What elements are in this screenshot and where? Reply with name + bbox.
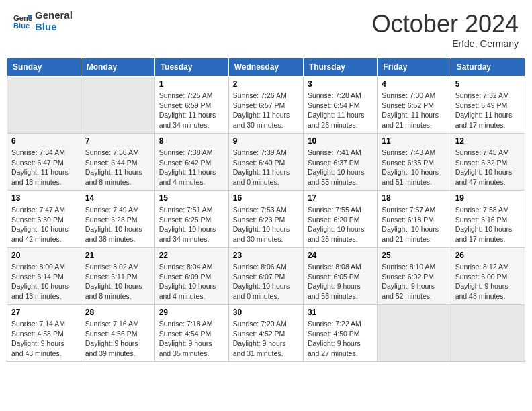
day-info: Sunrise: 7:26 AMSunset: 6:57 PMDaylight:… <box>233 91 299 130</box>
calendar-cell <box>451 305 525 362</box>
day-info: Sunrise: 8:08 AMSunset: 6:05 PMDaylight:… <box>308 262 373 302</box>
calendar-cell: 20Sunrise: 8:00 AMSunset: 6:14 PMDayligh… <box>7 248 81 305</box>
calendar-cell: 30Sunrise: 7:20 AMSunset: 4:52 PMDayligh… <box>228 305 303 362</box>
calendar-cell: 3Sunrise: 7:28 AMSunset: 6:54 PMDaylight… <box>303 77 377 134</box>
day-info: Sunrise: 7:57 AMSunset: 6:18 PMDaylight:… <box>382 205 446 244</box>
day-info: Sunrise: 7:30 AMSunset: 6:52 PMDaylight:… <box>382 91 446 130</box>
day-number: 12 <box>455 136 521 146</box>
calendar-cell: 12Sunrise: 7:45 AMSunset: 6:32 PMDayligh… <box>451 134 525 191</box>
calendar-cell: 17Sunrise: 7:55 AMSunset: 6:20 PMDayligh… <box>303 191 377 248</box>
calendar-cell: 14Sunrise: 7:49 AMSunset: 6:28 PMDayligh… <box>81 191 154 248</box>
calendar-week-row: 13Sunrise: 7:47 AMSunset: 6:30 PMDayligh… <box>7 191 525 248</box>
day-number: 28 <box>85 308 150 317</box>
day-header-wednesday: Wednesday <box>228 58 303 77</box>
day-info: Sunrise: 7:53 AMSunset: 6:23 PMDaylight:… <box>233 205 299 244</box>
day-info: Sunrise: 8:02 AMSunset: 6:11 PMDaylight:… <box>85 262 150 302</box>
header: General Blue General Blue October 2024 E… <box>7 7 525 52</box>
day-info: Sunrise: 7:43 AMSunset: 6:35 PMDaylight:… <box>382 148 446 187</box>
calendar-cell: 1Sunrise: 7:25 AMSunset: 6:59 PMDaylight… <box>154 77 228 134</box>
day-info: Sunrise: 7:20 AMSunset: 4:52 PMDaylight:… <box>233 319 299 359</box>
day-number: 16 <box>233 193 299 203</box>
calendar-cell: 31Sunrise: 7:22 AMSunset: 4:50 PMDayligh… <box>303 305 377 362</box>
logo-general: General <box>35 10 73 21</box>
calendar-cell <box>378 305 451 362</box>
month-title: October 2024 <box>372 10 519 38</box>
day-number: 17 <box>308 193 373 203</box>
day-info: Sunrise: 7:45 AMSunset: 6:32 PMDaylight:… <box>455 148 521 187</box>
day-number: 20 <box>11 250 77 260</box>
day-number: 11 <box>382 136 446 146</box>
day-info: Sunrise: 8:04 AMSunset: 6:09 PMDaylight:… <box>159 262 224 302</box>
day-info: Sunrise: 7:16 AMSunset: 4:56 PMDaylight:… <box>85 319 150 359</box>
calendar-cell: 25Sunrise: 8:10 AMSunset: 6:02 PMDayligh… <box>378 248 451 305</box>
calendar-cell: 2Sunrise: 7:26 AMSunset: 6:57 PMDaylight… <box>228 77 303 134</box>
location: Erfde, Germany <box>372 38 519 49</box>
calendar-cell <box>81 77 154 134</box>
day-number: 3 <box>308 79 373 89</box>
day-number: 4 <box>382 79 446 89</box>
day-number: 13 <box>11 193 77 203</box>
day-info: Sunrise: 8:12 AMSunset: 6:00 PMDaylight:… <box>455 262 521 302</box>
calendar-cell: 6Sunrise: 7:34 AMSunset: 6:47 PMDaylight… <box>7 134 81 191</box>
logo-blue: Blue <box>35 21 73 33</box>
day-number: 26 <box>455 250 521 260</box>
day-header-friday: Friday <box>378 58 451 77</box>
day-number: 9 <box>233 136 299 146</box>
calendar-cell: 16Sunrise: 7:53 AMSunset: 6:23 PMDayligh… <box>228 191 303 248</box>
day-info: Sunrise: 7:32 AMSunset: 6:49 PMDaylight:… <box>455 91 521 130</box>
calendar-week-row: 27Sunrise: 7:14 AMSunset: 4:58 PMDayligh… <box>7 305 525 362</box>
day-info: Sunrise: 7:34 AMSunset: 6:47 PMDaylight:… <box>11 148 77 187</box>
day-info: Sunrise: 7:41 AMSunset: 6:37 PMDaylight:… <box>308 148 373 187</box>
calendar-cell: 28Sunrise: 7:16 AMSunset: 4:56 PMDayligh… <box>81 305 154 362</box>
calendar-cell: 23Sunrise: 8:06 AMSunset: 6:07 PMDayligh… <box>228 248 303 305</box>
day-number: 23 <box>233 250 299 260</box>
calendar-cell: 27Sunrise: 7:14 AMSunset: 4:58 PMDayligh… <box>7 305 81 362</box>
day-header-saturday: Saturday <box>451 58 525 77</box>
day-info: Sunrise: 7:51 AMSunset: 6:25 PMDaylight:… <box>159 205 224 244</box>
day-number: 2 <box>233 79 299 89</box>
day-header-monday: Monday <box>81 58 154 77</box>
calendar-cell: 19Sunrise: 7:58 AMSunset: 6:16 PMDayligh… <box>451 191 525 248</box>
calendar-cell: 11Sunrise: 7:43 AMSunset: 6:35 PMDayligh… <box>378 134 451 191</box>
calendar-cell: 5Sunrise: 7:32 AMSunset: 6:49 PMDaylight… <box>451 77 525 134</box>
calendar-week-row: 20Sunrise: 8:00 AMSunset: 6:14 PMDayligh… <box>7 248 525 305</box>
logo: General Blue General Blue <box>13 10 73 32</box>
day-number: 1 <box>159 79 224 89</box>
calendar-cell: 13Sunrise: 7:47 AMSunset: 6:30 PMDayligh… <box>7 191 81 248</box>
calendar-cell <box>7 77 81 134</box>
calendar-cell: 9Sunrise: 7:39 AMSunset: 6:40 PMDaylight… <box>228 134 303 191</box>
calendar-cell: 4Sunrise: 7:30 AMSunset: 6:52 PMDaylight… <box>378 77 451 134</box>
day-number: 21 <box>85 250 150 260</box>
calendar-cell: 21Sunrise: 8:02 AMSunset: 6:11 PMDayligh… <box>81 248 154 305</box>
calendar-cell: 18Sunrise: 7:57 AMSunset: 6:18 PMDayligh… <box>378 191 451 248</box>
day-info: Sunrise: 7:22 AMSunset: 4:50 PMDaylight:… <box>308 319 373 359</box>
calendar-cell: 29Sunrise: 7:18 AMSunset: 4:54 PMDayligh… <box>154 305 228 362</box>
title-area: October 2024 Erfde, Germany <box>372 10 519 49</box>
day-info: Sunrise: 7:38 AMSunset: 6:42 PMDaylight:… <box>159 148 224 187</box>
day-number: 15 <box>159 193 224 203</box>
day-number: 8 <box>159 136 224 146</box>
day-number: 19 <box>455 193 521 203</box>
calendar-header-row: SundayMondayTuesdayWednesdayThursdayFrid… <box>7 58 525 77</box>
calendar-cell: 24Sunrise: 8:08 AMSunset: 6:05 PMDayligh… <box>303 248 377 305</box>
day-info: Sunrise: 7:58 AMSunset: 6:16 PMDaylight:… <box>455 205 521 244</box>
calendar-week-row: 1Sunrise: 7:25 AMSunset: 6:59 PMDaylight… <box>7 77 525 134</box>
calendar-cell: 10Sunrise: 7:41 AMSunset: 6:37 PMDayligh… <box>303 134 377 191</box>
day-info: Sunrise: 7:28 AMSunset: 6:54 PMDaylight:… <box>308 91 373 130</box>
calendar-cell: 15Sunrise: 7:51 AMSunset: 6:25 PMDayligh… <box>154 191 228 248</box>
day-number: 22 <box>159 250 224 260</box>
day-info: Sunrise: 7:49 AMSunset: 6:28 PMDaylight:… <box>85 205 150 244</box>
day-number: 27 <box>11 308 77 317</box>
day-number: 14 <box>85 193 150 203</box>
day-number: 6 <box>11 136 77 146</box>
day-info: Sunrise: 7:18 AMSunset: 4:54 PMDaylight:… <box>159 319 224 359</box>
day-info: Sunrise: 7:25 AMSunset: 6:59 PMDaylight:… <box>159 91 224 130</box>
calendar-cell: 8Sunrise: 7:38 AMSunset: 6:42 PMDaylight… <box>154 134 228 191</box>
day-number: 7 <box>85 136 150 146</box>
calendar: SundayMondayTuesdayWednesdayThursdayFrid… <box>7 58 525 362</box>
day-info: Sunrise: 7:55 AMSunset: 6:20 PMDaylight:… <box>308 205 373 244</box>
day-header-sunday: Sunday <box>7 58 81 77</box>
svg-text:Blue: Blue <box>13 21 30 30</box>
calendar-week-row: 6Sunrise: 7:34 AMSunset: 6:47 PMDaylight… <box>7 134 525 191</box>
day-info: Sunrise: 7:14 AMSunset: 4:58 PMDaylight:… <box>11 319 77 359</box>
